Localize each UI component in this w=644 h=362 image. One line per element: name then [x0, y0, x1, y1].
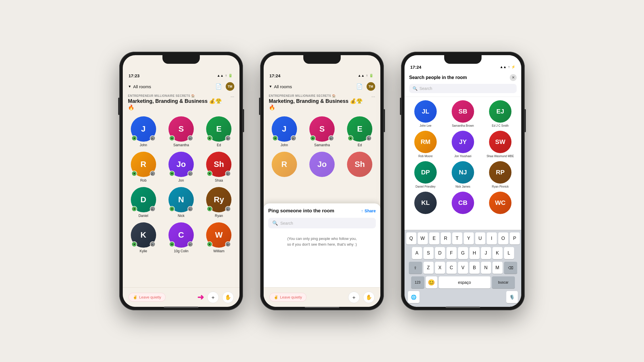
user-avatar-1[interactable]: TM — [226, 82, 234, 91]
header-left-2[interactable]: ▼ All rooms — [269, 84, 292, 89]
key-p[interactable]: P — [510, 232, 520, 244]
room-title-2: ENTREPRENEUR MILLIONAIRE SECRETS 🏠 Marke… — [264, 93, 380, 113]
keyboard-row-4: 123 😊 espaço buscar — [406, 276, 520, 288]
participant-jon[interactable]: Jo ✦ 🎤 Jon — [164, 152, 198, 182]
key-delete[interactable]: ⌫ — [504, 262, 517, 274]
key-shift[interactable]: ⇧ — [409, 262, 422, 274]
participant-john[interactable]: J ✦ 🎤 John — [127, 116, 160, 147]
search-panel: 17:24 ▲▲↑⚡ Search people in the room ✕ 🔍… — [405, 55, 521, 307]
p2-shaa[interactable]: Sh — [343, 152, 376, 177]
name-samantha-brown: Samantha Brown — [452, 124, 474, 127]
key-t[interactable]: T — [452, 232, 462, 244]
key-z[interactable]: Z — [423, 262, 434, 274]
room-subtitle-2: ENTREPRENEUR MILLIONAIRE SECRETS 🏠 — [269, 94, 363, 97]
participant-ed[interactable]: E ✦ 🎤 Ed — [202, 116, 235, 147]
person-daniel-priestley[interactable]: DP Daniel Priestley — [409, 161, 442, 188]
add-button-1[interactable]: ＋ — [207, 292, 219, 303]
participant-william[interactable]: W ✦ 🎤 William — [202, 222, 235, 253]
p2-samantha[interactable]: S✦🎤 Samantha — [305, 116, 338, 147]
key-o[interactable]: O — [498, 232, 508, 244]
person-ed-smith[interactable]: EJ Ed J C Smith — [483, 100, 517, 127]
key-k[interactable]: K — [492, 247, 503, 259]
participant-kylie[interactable]: K ✦ 🎤 Kylie — [127, 222, 160, 253]
p2-rob[interactable]: R — [268, 152, 301, 177]
more-options-1[interactable]: ··· — [231, 94, 234, 99]
hand-button-1[interactable]: ✋ — [222, 292, 234, 303]
p2-jon[interactable]: Jo — [305, 152, 338, 177]
search-input-modal[interactable]: Search — [280, 221, 372, 226]
avatar-ed-smith: EJ — [489, 100, 511, 123]
p2-ed[interactable]: E✦🎤 Ed — [343, 116, 376, 147]
header-left-1[interactable]: ▼ All rooms — [128, 84, 151, 89]
participant-shaa[interactable]: Sh ✦ 🎤 Shaa — [202, 152, 235, 182]
modal-note: (You can only ping people who follow you… — [268, 233, 376, 250]
leave-button-2[interactable]: ✌️ Leave quietly — [269, 293, 306, 302]
key-mic[interactable]: 🎙️ — [506, 291, 518, 303]
key-i[interactable]: I — [487, 232, 497, 244]
key-l[interactable]: L — [504, 247, 514, 259]
status-bar-2: 17:24 ▲▲ ↑ 🔋 — [264, 68, 380, 80]
document-icon[interactable]: 📄 — [215, 83, 222, 90]
participants-scroll-2[interactable]: J✦🎤 John S✦🎤 Samantha E✦🎤 Ed R — [264, 113, 380, 188]
person-shaa-wasmund[interactable]: SW Shaa Wasmund MBE — [483, 131, 517, 158]
speaking-badge-nick: ✦ — [169, 206, 175, 212]
p2-john[interactable]: J✦🎤 John — [268, 116, 301, 147]
key-s[interactable]: S — [423, 247, 434, 259]
key-emoji[interactable]: 😊 — [426, 276, 437, 288]
key-m[interactable]: M — [492, 262, 503, 274]
participants-scroll-1[interactable]: J ✦ 🎤 John S ✦ 🎤 Samantha — [123, 113, 239, 287]
key-d[interactable]: D — [435, 247, 445, 259]
participant-rob[interactable]: R ✦ 🎤 Rob — [127, 152, 160, 182]
key-b[interactable]: B — [469, 262, 480, 274]
key-w[interactable]: W — [418, 232, 428, 244]
key-space[interactable]: espaço — [439, 276, 490, 288]
document-icon-2[interactable]: 📄 — [356, 83, 363, 90]
participant-nick[interactable]: N ✦ 🎤 Nick — [164, 187, 198, 218]
key-u[interactable]: U — [475, 232, 485, 244]
person-rob-moore[interactable]: RM Rob Moore — [409, 131, 442, 158]
key-123[interactable]: 123 — [411, 276, 424, 288]
leave-button-1[interactable]: ✌️ Leave quietly — [129, 293, 166, 302]
key-c[interactable]: C — [446, 262, 457, 274]
key-a[interactable]: A — [412, 247, 422, 259]
key-h[interactable]: H — [469, 247, 480, 259]
key-f[interactable]: F — [446, 247, 457, 259]
avatar-shaa-wasmund: SW — [489, 131, 511, 153]
participant-samantha[interactable]: S ✦ 🎤 Samantha — [164, 116, 198, 147]
key-x[interactable]: X — [435, 262, 445, 274]
search-bar-3[interactable]: 🔍 Search — [409, 84, 517, 93]
key-r[interactable]: R — [441, 232, 451, 244]
close-button[interactable]: ✕ — [510, 74, 517, 81]
person-jon-youshaei[interactable]: JY Jon Youshaei — [446, 131, 480, 158]
key-n[interactable]: N — [481, 262, 491, 274]
participant-colin[interactable]: C ✦ 🎤 10g Colin — [164, 222, 198, 253]
key-globe[interactable]: 🌐 — [408, 291, 419, 303]
modal-search-bar[interactable]: 🔍 Search — [268, 218, 376, 228]
person-extra-1[interactable]: KL — [409, 192, 442, 215]
key-q[interactable]: Q — [406, 232, 416, 244]
key-y[interactable]: Y — [464, 232, 474, 244]
person-nick-james[interactable]: NJ Nick James — [446, 161, 480, 188]
add-button-2[interactable]: ＋ — [348, 292, 360, 303]
user-avatar-2[interactable]: TM — [367, 82, 375, 91]
participant-ryan[interactable]: Ry ✦ 🎤 Ryan — [202, 187, 235, 218]
avatar-wrap-kylie: K ✦ 🎤 — [131, 222, 156, 248]
participant-daniel[interactable]: D ✦ 🎤 Daniel — [127, 187, 160, 218]
signal-icon: ▲▲ — [217, 74, 224, 78]
key-buscar[interactable]: buscar — [492, 276, 515, 288]
share-icon: ↑ — [361, 209, 363, 213]
person-samantha-brown[interactable]: SB Samantha Brown — [446, 100, 480, 127]
more-options-2[interactable]: ··· — [371, 94, 375, 99]
key-j[interactable]: J — [481, 247, 491, 259]
room-title-1: ENTREPRENEUR MILLIONAIRE SECRETS 🏠 Marke… — [123, 93, 239, 113]
share-button[interactable]: ↑ Share — [361, 209, 376, 213]
key-g[interactable]: G — [458, 247, 468, 259]
person-extra-2[interactable]: CB — [446, 192, 480, 215]
person-john-lee[interactable]: JL John Lee — [409, 100, 442, 127]
hand-button-2[interactable]: ✋ — [363, 292, 375, 303]
key-e[interactable]: E — [429, 232, 439, 244]
person-ryan-pinnick[interactable]: RP Ryan Pinnick — [483, 161, 517, 188]
person-extra-3[interactable]: WC — [483, 192, 517, 215]
people-grid[interactable]: JL John Lee SB Samantha Brown EJ Ed J C … — [405, 97, 521, 219]
key-v[interactable]: V — [458, 262, 468, 274]
